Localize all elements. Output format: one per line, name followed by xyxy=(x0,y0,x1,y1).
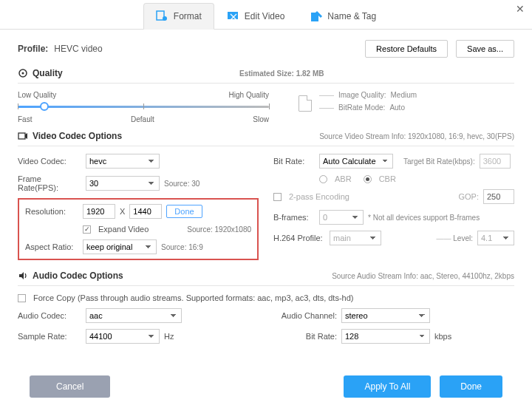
svg-point-1 xyxy=(163,16,167,21)
audio-codec-select[interactable]: aac xyxy=(86,308,182,323)
audio-stream-info: Source Audio Stream Info: aac, Stereo, 4… xyxy=(302,272,514,280)
video-codec-title: Video Codec Options xyxy=(33,131,122,141)
tab-name-label: Name & Tag xyxy=(327,11,376,21)
tab-bar: Format Edit Video Name & Tag xyxy=(0,0,532,30)
video-codec-select[interactable]: hevc xyxy=(86,154,160,169)
target-bitrate-input[interactable] xyxy=(480,154,511,169)
ar-source: Source: 16:9 xyxy=(161,243,203,251)
audio-bitrate-select[interactable]: 128 xyxy=(341,329,430,344)
cbr-radio[interactable] xyxy=(364,175,372,183)
default-label: Default xyxy=(131,115,154,123)
force-copy-label: Force Copy (Pass through audio streams. … xyxy=(33,293,353,302)
tab-name-tag[interactable]: Name & Tag xyxy=(297,3,389,29)
document-icon xyxy=(299,95,312,112)
fast-label: Fast xyxy=(18,115,32,123)
save-as-button[interactable]: Save as... xyxy=(456,40,514,58)
video-icon xyxy=(18,131,28,141)
footer: Cancel Apply To All Done xyxy=(0,375,532,398)
aspect-ratio-select[interactable]: keep original xyxy=(83,239,157,254)
fps-select[interactable]: 30 xyxy=(86,176,160,191)
force-copy-checkbox[interactable] xyxy=(18,294,26,302)
twopass-checkbox[interactable] xyxy=(273,193,282,201)
abr-radio[interactable] xyxy=(319,175,327,183)
done-button[interactable]: Done xyxy=(440,375,502,398)
expand-video-checkbox[interactable] xyxy=(83,225,91,234)
bframes-select[interactable]: 0 xyxy=(319,210,364,225)
audio-codec-header: Audio Codec Options Source Audio Stream … xyxy=(18,271,514,281)
gear-icon xyxy=(18,68,28,78)
quality-header: Quality Estimated Size: 1.82 MB xyxy=(18,68,514,78)
resolution-done-button[interactable]: Done xyxy=(166,205,202,218)
profile-label: Profile: xyxy=(18,44,48,54)
svg-point-5 xyxy=(22,72,24,75)
apply-to-all-button[interactable]: Apply To All xyxy=(344,375,431,398)
svg-rect-6 xyxy=(18,133,25,139)
bitrate-select[interactable]: Auto Calculate xyxy=(319,154,393,169)
content-area: Profile: HEVC video Restore Defaults Sav… xyxy=(0,30,532,356)
profile-row: Profile: HEVC video Restore Defaults Sav… xyxy=(18,40,514,58)
slow-label: Slow xyxy=(253,115,269,123)
audio-codec-title: Audio Codec Options xyxy=(33,271,123,281)
quality-slider[interactable] xyxy=(18,101,269,114)
tab-format[interactable]: Format xyxy=(143,3,214,30)
tab-edit-label: Edit Video xyxy=(245,11,285,21)
close-icon[interactable]: ✕ xyxy=(516,3,525,15)
res-height-input[interactable] xyxy=(129,204,162,219)
pencil-icon xyxy=(310,10,323,23)
speaker-icon xyxy=(18,271,28,281)
video-stream-info: Source Video Stream Info: 1920x1080, 16:… xyxy=(290,132,514,140)
cancel-button[interactable]: Cancel xyxy=(30,375,110,398)
res-width-input[interactable] xyxy=(83,204,115,219)
level-select[interactable]: 4.1 xyxy=(477,231,514,245)
profile-value: HEVC video xyxy=(54,44,102,54)
resolution-highlight-box: Resolution: X Done Expand Video Source: … xyxy=(18,198,259,260)
video-codec-header: Video Codec Options Source Video Stream … xyxy=(18,131,514,141)
tab-edit-video[interactable]: Edit Video xyxy=(214,3,298,29)
scissors-icon xyxy=(227,10,240,23)
res-source: Source: 1920x1080 xyxy=(187,225,251,234)
h264-profile-select[interactable]: main xyxy=(330,231,381,245)
tab-format-label: Format xyxy=(174,11,202,21)
sample-rate-select[interactable]: 44100 xyxy=(86,329,160,344)
audio-channel-select[interactable]: stereo xyxy=(341,308,430,323)
format-icon xyxy=(156,10,169,23)
fps-source: Source: 30 xyxy=(164,180,200,188)
low-quality-label: Low Quality xyxy=(18,91,56,99)
gop-input[interactable] xyxy=(483,189,514,204)
restore-defaults-button[interactable]: Restore Defaults xyxy=(365,40,448,58)
high-quality-label: High Quality xyxy=(229,91,269,99)
quality-title: Quality xyxy=(33,68,63,78)
